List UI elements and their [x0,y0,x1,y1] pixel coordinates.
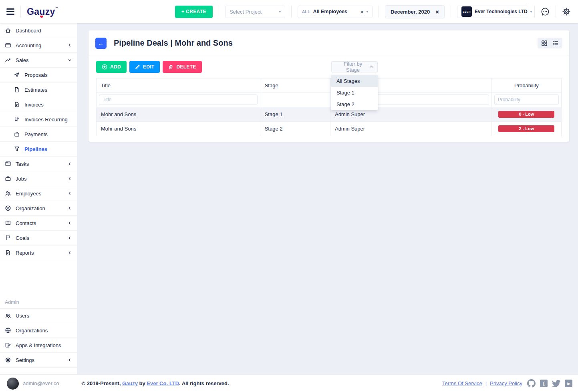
toolbar: ADD EDIT DELETE [96,61,562,73]
filter-by-stage-button[interactable]: Filter by Stage [331,61,378,72]
delete-button[interactable]: DELETE [163,61,201,73]
menu-item-stage-1[interactable]: Stage 1 [331,87,378,99]
sidebar-item-jobs[interactable]: Jobs [0,171,77,186]
list-view-icon[interactable] [552,40,559,46]
sidebar-item-invoices[interactable]: Invoices [0,97,77,112]
employees-select[interactable]: ALL All Employees × ▾ [298,6,373,18]
github-icon[interactable] [527,379,536,388]
svg-text:in: in [567,382,570,386]
sidebar-item-sales[interactable]: Sales [0,53,77,68]
clear-icon[interactable]: × [360,9,364,15]
sidebar-item-payments[interactable]: Payments [0,127,77,142]
column-header-probability[interactable]: Probability [491,78,561,92]
menu-item-all-stages[interactable]: All Stages [331,75,378,87]
title-filter-input[interactable] [99,94,258,105]
stage-filter: Filter by Stage All Stages Stage 1 Stage… [331,61,378,110]
sidebar-item-reports[interactable]: Reports [0,245,77,260]
ever-co-link[interactable]: Ever Co. LTD [147,380,179,386]
social-links: f in [527,379,572,388]
integrations-icon [5,342,11,348]
sidebar-item-proposals[interactable]: Proposals [0,68,77,82]
sidebar-item-contacts[interactable]: Contacts [0,216,77,231]
home-icon [5,27,11,34]
sidebar-item-label: Organizations [16,328,48,334]
sidebar-item-employees[interactable]: Employees [0,186,77,201]
sidebar-item-label: Settings [16,357,34,363]
pipeline-deals-card: ← Pipeline Deals | Mohr and Sons ADD [89,30,569,142]
column-header-title[interactable]: Title [97,78,260,92]
sidebar-item-dashboard[interactable]: Dashboard [0,23,77,38]
probability-filter-input[interactable] [494,94,559,105]
sidebar-item-label: Estimates [24,87,47,93]
twitter-icon[interactable] [552,379,560,388]
footer: admin@ever.co © 2019-Present, Gauzy by E… [0,374,578,392]
grid-view-icon[interactable] [541,40,548,46]
card-header: ← Pipeline Deals | Mohr and Sons [89,30,569,56]
table-filter-row [97,92,562,107]
clear-icon[interactable]: × [435,9,439,15]
sidebar-item-settings[interactable]: Settings [0,353,77,368]
sidebar-spacer [0,260,77,295]
chevron-left-icon [68,221,72,225]
sidebar-item-accounting[interactable]: Accounting [0,38,77,53]
sidebar-item-apps-integrations[interactable]: Apps & Integrations [0,338,77,353]
sidebar-item-label: Reports [16,250,34,256]
sidebar-item-goals[interactable]: Goals [0,231,77,245]
edit-button[interactable]: EDIT [129,61,160,73]
sidebar-item-label: Accounting [16,42,41,48]
sidebar-item-pipelines[interactable]: Pipelines [0,142,77,157]
chevron-left-icon [68,43,72,47]
trending-up-icon [5,57,11,63]
create-button[interactable]: + CREATE [175,6,213,18]
gauzy-link[interactable]: Gauzy [122,380,138,386]
table-row[interactable]: Mohr and Sons Stage 1 Admin Super 0 - Lo… [97,107,562,122]
swap-vertical-icon [14,116,20,123]
chevron-left-icon [68,206,72,210]
sidebar-item-label: Pipelines [24,146,47,152]
chevron-left-icon [68,162,72,166]
funnel-icon [14,146,20,152]
chevron-up-icon [369,65,374,68]
globe-icon [5,327,11,334]
chat-icon[interactable] [541,7,550,16]
organization-select-value: Ever Technologies LTD [475,9,528,14]
project-select[interactable]: Select Project ▾ [225,6,285,18]
terms-of-service-link[interactable]: Terms Of Service [442,380,482,386]
table-row[interactable]: Mohr and Sons Stage 2 Admin Super 2 - Lo… [97,122,562,136]
cell-stage: Stage 1 [260,107,330,122]
table-header-row: Title Stage Probability [97,78,562,92]
card-body: ADD EDIT DELETE Title Stage [89,56,569,136]
settings-gear-icon[interactable] [562,7,571,16]
book-open-icon [5,220,11,226]
globe-icon [5,205,11,211]
menu-icon[interactable] [6,8,14,15]
sidebar-item-users[interactable]: Users [0,308,77,323]
organization-select[interactable]: EVER Ever Technologies LTD ▾ [457,6,528,18]
app-logo[interactable]: Gauzy™ [27,6,58,17]
column-header-stage[interactable]: Stage [260,78,330,92]
back-button[interactable]: ← [95,38,107,49]
sidebar-item-estimates[interactable]: Estimates [0,82,77,97]
add-button[interactable]: ADD [96,61,127,73]
employees-select-value: All Employees [313,9,357,14]
user-avatar[interactable] [7,378,19,390]
sidebar-item-tasks[interactable]: Tasks [0,157,77,171]
chevron-down-icon: ▾ [366,10,368,14]
sidebar-item-label: Contacts [16,220,36,226]
cell-stage: Stage 2 [260,122,330,136]
chevron-left-icon [68,177,72,181]
sidebar-item-label: Dashboard [16,28,41,34]
divider [20,6,21,18]
linkedin-icon[interactable]: in [565,380,572,387]
topbar: Gauzy™ + CREATE Select Project ▾ ALL All… [0,0,578,23]
date-select[interactable]: December, 2020 × [385,5,445,18]
facebook-icon[interactable]: f [540,380,548,387]
privacy-policy-link[interactable]: Privacy Policy [490,380,522,386]
paper-plane-icon [14,72,20,78]
sidebar-item-organizations[interactable]: Organizations [0,323,77,338]
pencil-icon [135,64,140,70]
menu-item-stage-2[interactable]: Stage 2 [331,99,378,110]
sidebar-item-organization[interactable]: Organization [0,201,77,216]
credit-card-icon [5,42,11,48]
sidebar-item-invoices-recurring[interactable]: Invoices Recurring [0,112,77,127]
